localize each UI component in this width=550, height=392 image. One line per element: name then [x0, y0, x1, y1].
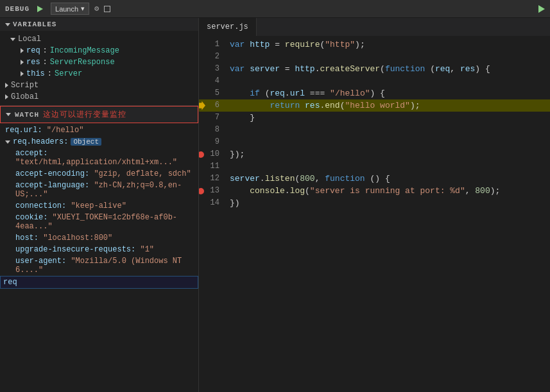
watch-item-req-headers[interactable]: req.headers: Object	[0, 136, 198, 148]
var-req-name: req	[26, 46, 40, 55]
gutter-14: 14	[199, 197, 225, 209]
global-expand-icon	[5, 94, 8, 99]
watch-input-row[interactable]	[0, 276, 198, 289]
gutter-4: 4	[199, 75, 225, 87]
watch-key-host: host:	[15, 234, 43, 243]
watch-val-req-url: "/hello"	[47, 126, 84, 135]
var-this-colon: :	[47, 69, 52, 78]
editor-panel: server.js 1 var http = require("http"); …	[199, 18, 550, 392]
var-res-colon: :	[43, 58, 47, 67]
launch-button[interactable]: Launch ▾	[51, 3, 89, 15]
line-num-1: 1	[215, 38, 219, 51]
launch-chevron: ▾	[81, 4, 85, 13]
code-line-9: 9	[199, 136, 550, 148]
code-line-14: 14 })	[199, 197, 550, 209]
code-text-7: }	[225, 112, 550, 124]
editor-tab-bar: server.js	[199, 18, 550, 36]
code-text-8	[225, 124, 550, 136]
watch-item-user-agent[interactable]: user-agent: "Mozilla/5.0 (Windows NT 6..…	[0, 255, 198, 276]
current-line-indicator	[199, 101, 205, 110]
watch-item-upgrade[interactable]: upgrade-insecure-requests: "1"	[0, 244, 198, 255]
code-line-6: 6 return res.end("hello world");	[199, 99, 550, 112]
local-group-header[interactable]: Local	[0, 33, 198, 45]
watch-hint: 这边可以进行变量监控	[43, 109, 126, 120]
script-expand-icon	[5, 83, 8, 88]
gutter-13: 13	[199, 185, 225, 197]
watch-input[interactable]	[3, 278, 195, 287]
code-text-9	[225, 136, 550, 148]
variables-body: Local req : IncomingMessage res : Server…	[0, 31, 198, 105]
watch-item-accept-language[interactable]: accept-language: "zh-CN,zh;q=0.8,en-US;.…	[0, 180, 198, 200]
code-text-13: console.log("server is running at port: …	[225, 185, 550, 197]
gear-icon[interactable]: ⚙	[94, 4, 99, 13]
gutter-2: 2	[199, 51, 225, 63]
var-req[interactable]: req : IncomingMessage	[0, 45, 198, 56]
var-req-type: IncomingMessage	[50, 46, 119, 55]
code-text-4	[225, 75, 550, 87]
req-headers-expand-icon	[5, 141, 10, 144]
watch-item-connection[interactable]: connection: "keep-alive"	[0, 200, 198, 212]
var-this[interactable]: this : Server	[0, 68, 198, 80]
watch-key-req-url: req.url:	[5, 126, 47, 135]
watch-item-cookie[interactable]: cookie: "XUEYI_TOKEN=1c2bf68e-af0b-4eaa.…	[0, 212, 198, 232]
watch-key-req-headers: req.headers:	[13, 137, 68, 146]
watch-key-accept: accept:	[15, 149, 47, 158]
var-this-type: Server	[55, 69, 82, 78]
variables-section: VARIABLES Local req : IncomingMessage	[0, 18, 198, 105]
code-line-2: 2	[199, 51, 550, 63]
watch-item-accept[interactable]: accept: "text/html,application/xhtml+xm.…	[0, 148, 198, 168]
code-line-8: 8	[199, 124, 550, 136]
watch-item-accept-encoding[interactable]: accept-encoding: "gzip, deflate, sdch"	[0, 168, 198, 180]
gutter-7: 7	[199, 112, 225, 124]
line-num-12: 12	[211, 173, 219, 185]
line-num-7: 7	[215, 112, 219, 124]
gutter-8: 8	[199, 124, 225, 136]
watch-item-host[interactable]: host: "localhost:800"	[0, 232, 198, 244]
watch-key-connection: connection:	[15, 201, 71, 210]
square-icon[interactable]	[104, 6, 110, 12]
global-label: Global	[11, 92, 39, 101]
play-icon	[37, 6, 43, 12]
var-res-name: res	[26, 58, 40, 67]
global-row[interactable]: Global	[0, 91, 198, 103]
debug-toolbar: DEBUG Launch ▾ ⚙	[0, 0, 550, 18]
code-line-11: 11	[199, 160, 550, 173]
local-expand-icon	[10, 38, 15, 41]
code-line-5: 5 if (req.url === "/hello") {	[199, 87, 550, 99]
code-line-10: 10 });	[199, 148, 550, 160]
launch-label: Launch	[55, 5, 78, 13]
watch-title: WATCH	[15, 111, 39, 119]
variables-header[interactable]: VARIABLES	[0, 18, 198, 31]
editor-content[interactable]: 1 var http = require("http"); 2 3 var se…	[199, 36, 550, 392]
watch-key-accept-language: accept-language:	[15, 181, 94, 190]
req-expand-icon	[21, 48, 24, 53]
watch-item-req-url[interactable]: req.url: "/hello"	[0, 124, 198, 136]
right-play-button[interactable]	[538, 5, 545, 13]
var-res-type: ServerResponse	[50, 58, 115, 67]
watch-val-connection: "keep-alive"	[71, 201, 126, 210]
watch-header[interactable]: WATCH 这边可以进行变量监控	[0, 106, 198, 123]
debug-title: DEBUG	[5, 5, 30, 13]
code-line-4: 4	[199, 75, 550, 87]
watch-key-user-agent: user-agent:	[15, 257, 71, 266]
code-line-3: 3 var server = http.createServer(functio…	[199, 63, 550, 75]
gutter-5: 5	[199, 87, 225, 99]
script-row[interactable]: Script	[0, 80, 198, 91]
play-button[interactable]	[35, 4, 46, 13]
watch-section: WATCH 这边可以进行变量监控 req.url: "/hello" req.h…	[0, 105, 198, 392]
line-num-8: 8	[215, 124, 219, 136]
script-label: Script	[11, 81, 39, 90]
watch-collapse-icon	[6, 113, 11, 116]
code-text-12: server.listen(800, function () {	[225, 173, 550, 185]
code-text-6: return res.end("hello world");	[225, 99, 550, 112]
line-num-3: 3	[215, 63, 219, 75]
code-text-11	[225, 160, 550, 173]
line-num-5: 5	[215, 87, 219, 99]
code-line-7: 7 }	[199, 112, 550, 124]
var-res[interactable]: res : ServerResponse	[0, 56, 198, 68]
code-text-10: });	[225, 148, 550, 160]
editor-tab-serverjs[interactable]: server.js	[199, 18, 257, 36]
var-req-colon: :	[43, 46, 47, 55]
watch-key-accept-encoding: accept-encoding:	[15, 169, 94, 178]
local-label: Local	[18, 35, 41, 44]
